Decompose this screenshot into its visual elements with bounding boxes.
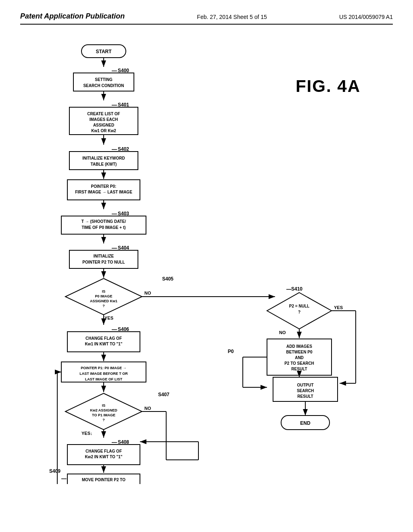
svg-text:BETWEEN P0: BETWEEN P0: [286, 350, 312, 354]
page-header: Patent Application Publication Feb. 27, …: [20, 12, 393, 25]
svg-text:START: START: [96, 49, 112, 54]
svg-rect-20: [69, 152, 138, 170]
svg-text:POINTER P2 TO NULL: POINTER P2 TO NULL: [82, 260, 125, 264]
svg-text:NO: NO: [144, 291, 151, 295]
svg-text:S404: S404: [118, 245, 129, 251]
svg-text:OUTPUT: OUTPUT: [297, 383, 313, 387]
svg-text:TABLE (KWT): TABLE (KWT): [91, 162, 117, 166]
svg-text:?: ?: [102, 418, 105, 422]
flowchart: START S400 SETTING SEARCH CONDITION S401…: [25, 33, 388, 484]
svg-text:S411: S411: [315, 339, 326, 344]
svg-text:ASSIGNED Kw1: ASSIGNED Kw1: [90, 299, 117, 303]
svg-rect-81: [67, 474, 140, 484]
svg-text:S410: S410: [291, 286, 302, 292]
svg-text:S401: S401: [118, 102, 129, 108]
svg-text:S408: S408: [118, 439, 129, 445]
svg-text:IMAGES EACH: IMAGES EACH: [90, 117, 118, 122]
svg-rect-12: [69, 107, 138, 135]
svg-text:END: END: [300, 420, 311, 426]
svg-text:S412: S412: [315, 378, 326, 383]
svg-text:CREATE LIST OF: CREATE LIST OF: [87, 112, 120, 116]
svg-text:IMAGE POINTED TO BY P1: IMAGE POINTED TO BY P1: [78, 484, 129, 484]
svg-text:SEARCH CONDITION: SEARCH CONDITION: [83, 83, 124, 88]
svg-rect-115: [273, 377, 338, 401]
svg-text:POINTER P1: P0 IMAGE →: POINTER P1: P0 IMAGE →: [81, 366, 127, 370]
svg-text:CHANGE FLAG OF: CHANGE FLAG OF: [86, 336, 122, 341]
svg-text:RESULT: RESULT: [297, 394, 313, 399]
date-sheet-label: Feb. 27, 2014 Sheet 5 of 15: [197, 12, 267, 20]
svg-text:P0: P0: [228, 349, 234, 354]
svg-text:IS: IS: [102, 289, 106, 293]
svg-text:IS: IS: [102, 403, 106, 407]
svg-text:T → (SHOOTING DATE/: T → (SHOOTING DATE/: [81, 219, 126, 224]
patent-number: US 2014/0059079 A1: [339, 12, 393, 20]
svg-text:S400: S400: [118, 68, 129, 73]
svg-rect-52: [67, 332, 140, 352]
svg-text:P2 = NULL: P2 = NULL: [289, 304, 309, 308]
svg-text:S405: S405: [162, 276, 173, 282]
svg-text:?: ?: [102, 304, 105, 308]
svg-text:INITIALIZE: INITIALIZE: [94, 254, 114, 258]
svg-rect-36: [69, 250, 138, 268]
svg-text:FIRST IMAGE → LAST IMAGE: FIRST IMAGE → LAST IMAGE: [75, 190, 132, 194]
svg-text:MOVE POINTER P2 TO: MOVE POINTER P2 TO: [82, 478, 125, 482]
svg-text:CHANGE FLAG OF: CHANGE FLAG OF: [86, 449, 122, 453]
page: Patent Application Publication Feb. 27, …: [0, 0, 413, 532]
svg-rect-75: [67, 445, 140, 465]
svg-marker-41: [65, 278, 142, 315]
svg-text:TIME OF P0 IMAGE + t): TIME OF P0 IMAGE + t): [81, 225, 125, 230]
svg-text:S406: S406: [118, 326, 129, 332]
svg-text:S403: S403: [118, 211, 129, 216]
svg-text:?: ?: [298, 310, 300, 314]
svg-text:ADD IMAGES: ADD IMAGES: [286, 344, 312, 349]
svg-text:TO P1 IMAGE: TO P1 IMAGE: [92, 413, 115, 417]
svg-rect-30: [61, 216, 146, 234]
svg-text:RESULT: RESULT: [291, 367, 307, 371]
svg-rect-120: [281, 416, 330, 430]
svg-text:LAST IMAGE BEFORE T OR: LAST IMAGE BEFORE T OR: [79, 372, 128, 376]
svg-text:NO: NO: [144, 406, 151, 411]
svg-text:POINTER P0:: POINTER P0:: [91, 184, 117, 189]
svg-text:LAST IMAGE OF LIST: LAST IMAGE OF LIST: [85, 377, 123, 381]
svg-rect-1: [81, 45, 126, 58]
svg-text:SEARCH: SEARCH: [297, 389, 314, 393]
svg-text:AND: AND: [295, 355, 304, 360]
svg-marker-62: [65, 393, 142, 430]
svg-text:Kw2 IN KWT TO "1": Kw2 IN KWT TO "1": [85, 455, 122, 459]
svg-text:S402: S402: [118, 146, 129, 152]
svg-text:Kw1 IN KWT TO "1": Kw1 IN KWT TO "1": [85, 342, 122, 346]
svg-text:YES↓: YES↓: [81, 431, 93, 436]
svg-rect-103: [267, 339, 332, 375]
svg-text:YES: YES: [334, 305, 343, 310]
svg-text:P0 IMAGE: P0 IMAGE: [95, 294, 112, 298]
svg-text:Kw1 OR Kw2: Kw1 OR Kw2: [91, 129, 116, 133]
svg-rect-56: [61, 362, 146, 382]
svg-marker-92: [267, 293, 332, 329]
svg-text:S409: S409: [49, 468, 60, 474]
svg-text:P2 TO SEARCH: P2 TO SEARCH: [284, 361, 314, 366]
svg-text:INITIALIZE KEYWORD: INITIALIZE KEYWORD: [82, 156, 125, 160]
svg-text:Kw2 ASSIGNED: Kw2 ASSIGNED: [90, 408, 117, 412]
svg-text:ASSIGNED: ASSIGNED: [93, 123, 114, 127]
svg-text:SETTING: SETTING: [95, 77, 113, 82]
svg-text:NO: NO: [279, 330, 286, 335]
svg-rect-24: [67, 180, 140, 200]
svg-text:S407: S407: [158, 392, 169, 397]
svg-text:YES: YES: [104, 316, 113, 320]
svg-rect-6: [73, 73, 134, 91]
publication-label: Patent Application Publication: [20, 12, 125, 21]
